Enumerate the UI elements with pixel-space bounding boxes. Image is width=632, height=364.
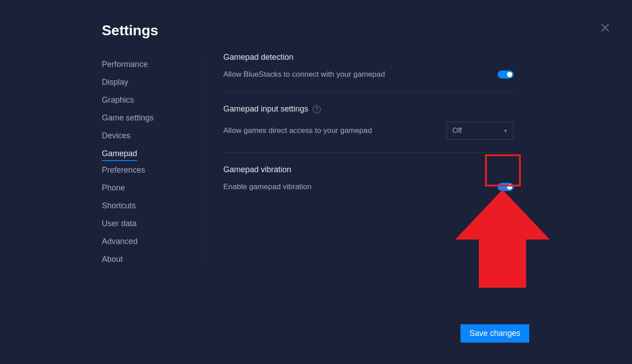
- sidebar-item-devices[interactable]: Devices: [102, 127, 130, 145]
- save-button[interactable]: Save changes: [460, 324, 529, 343]
- section-title-input: Gamepad input settings: [223, 104, 308, 114]
- sidebar-item-phone[interactable]: Phone: [102, 179, 125, 197]
- section-gamepad-detection: Gamepad detection Allow BlueStacks to co…: [223, 53, 514, 92]
- toggle-knob: [507, 184, 512, 190]
- sidebar-item-advanced[interactable]: Advanced: [102, 233, 138, 250]
- vibration-toggle[interactable]: [498, 183, 514, 191]
- sidebar-item-game-settings[interactable]: Game settings: [102, 109, 154, 127]
- sidebar-item-preferences[interactable]: Preferences: [102, 161, 145, 179]
- input-desc: Allow games direct access to your gamepa…: [223, 126, 372, 135]
- sidebar-item-user-data[interactable]: User data: [102, 215, 137, 232]
- sidebar-item-display[interactable]: Display: [102, 74, 128, 91]
- chevron-down-icon: ▼: [503, 128, 508, 133]
- section-title-detection: Gamepad detection: [223, 53, 293, 62]
- section-gamepad-input: Gamepad input settings ? Allow games dir…: [223, 104, 514, 153]
- sidebar: Performance Display Graphics Game settin…: [102, 56, 191, 269]
- sidebar-item-gamepad[interactable]: Gamepad: [102, 145, 137, 161]
- close-button[interactable]: [601, 23, 610, 32]
- vertical-divider: [205, 54, 206, 263]
- detection-desc: Allow BlueStacks to connect with your ga…: [223, 70, 385, 79]
- sidebar-item-shortcuts[interactable]: Shortcuts: [102, 197, 136, 215]
- detection-toggle[interactable]: [498, 70, 514, 79]
- main-panel: Gamepad detection Allow BlueStacks to co…: [223, 53, 514, 216]
- input-select[interactable]: Off ▼: [447, 122, 514, 140]
- section-gamepad-vibration: Gamepad vibration Enable gamepad vibrati…: [223, 165, 514, 204]
- sidebar-item-about[interactable]: About: [102, 251, 123, 268]
- sidebar-item-graphics[interactable]: Graphics: [102, 91, 134, 109]
- input-select-value: Off: [452, 127, 462, 135]
- sidebar-item-performance[interactable]: Performance: [102, 56, 148, 73]
- close-icon: [601, 23, 610, 32]
- section-title-vibration: Gamepad vibration: [223, 165, 291, 174]
- vibration-desc: Enable gamepad vibration: [223, 182, 312, 191]
- page-title: Settings: [102, 22, 158, 39]
- help-icon[interactable]: ?: [313, 105, 321, 113]
- toggle-knob: [507, 72, 512, 77]
